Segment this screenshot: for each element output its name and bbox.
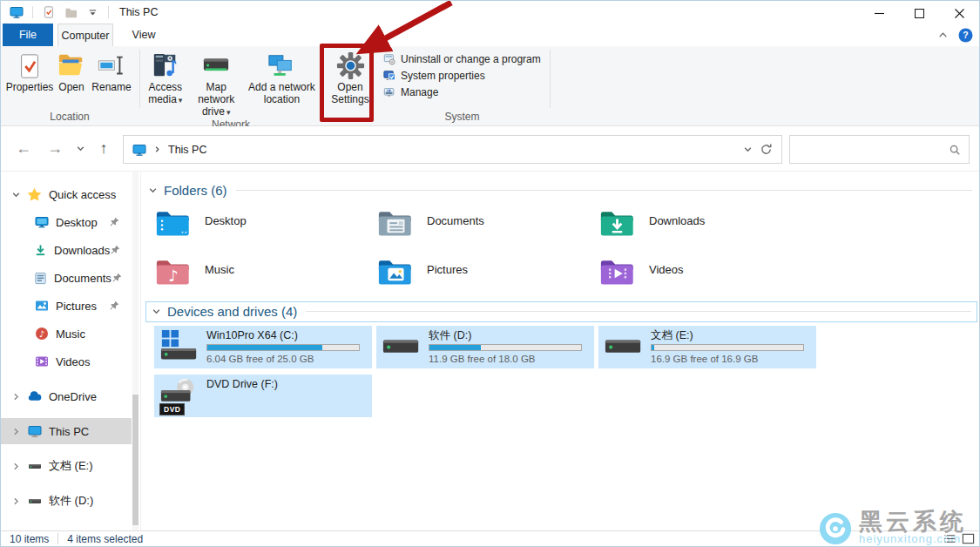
collapse-group-icon[interactable] [148, 186, 158, 195]
back-button[interactable]: ← [11, 126, 36, 171]
pin-icon [110, 245, 120, 255]
navigation-pane: Quick accessDesktopDownloadsDocumentsPic… [1, 172, 140, 532]
breadcrumb[interactable]: This PC [168, 144, 206, 156]
open-folder-icon [57, 51, 85, 81]
folder-tile-documents[interactable]: Documents [376, 206, 598, 254]
documents-icon [34, 271, 47, 286]
rename-button[interactable]: Rename [88, 46, 135, 93]
dropdown-icon: ▾ [179, 96, 183, 105]
drive-tile-d[interactable]: 软件 (D:)11.9 GB free of 18.0 GB [376, 326, 594, 368]
sidebar-item-pictures[interactable]: Pictures [1, 293, 132, 319]
ribbon-button-uninstall[interactable]: Uninstall or change a program [383, 52, 541, 66]
add-network-location-button[interactable]: Add a network location [246, 46, 318, 105]
forward-button[interactable]: → [43, 126, 67, 171]
chevron-right-icon[interactable] [10, 427, 22, 436]
properties-button[interactable]: Properties [4, 46, 55, 93]
drive-name: Win10Pro X64 (C:) [206, 329, 367, 342]
help-icon[interactable]: ? [958, 28, 973, 43]
desktop-icon [34, 215, 49, 230]
map-network-drive-icon [202, 51, 230, 81]
address-bar[interactable]: This PC [123, 135, 782, 164]
drive-tile-e[interactable]: 文档 (E:)16.9 GB free of 16.9 GB [598, 326, 816, 368]
access-media-icon [152, 51, 179, 81]
collapse-group-icon[interactable] [152, 307, 161, 316]
chevron-right-icon[interactable] [10, 462, 22, 471]
group-label-location: Location [3, 111, 136, 125]
search-icon[interactable] [949, 144, 961, 156]
folder-tile-videos[interactable]: Videos [598, 254, 821, 303]
folder-videos-icon [598, 256, 639, 287]
folder-label: Documents [427, 214, 484, 227]
breadcrumb-chevron-icon[interactable] [153, 145, 161, 153]
gear-icon [336, 51, 365, 81]
access-media-button[interactable]: Access media▾ [144, 46, 187, 106]
qat-new-folder-icon[interactable] [62, 3, 79, 22]
sidebar-item-desktop[interactable]: Desktop [1, 209, 132, 235]
chevron-right-icon[interactable] [10, 392, 22, 402]
drive-name: 软件 (D:) [429, 329, 589, 342]
chevron-right-icon[interactable] [10, 496, 22, 506]
drive-tile-c[interactable]: Win10Pro X64 (C:)6.04 GB free of 25.0 GB [154, 326, 372, 368]
chevron-down-icon[interactable] [10, 190, 22, 199]
sidebar-item-quick-access[interactable]: Quick access [1, 181, 132, 207]
drive-usage-fill [207, 345, 322, 350]
sidebar-item-music[interactable]: ♪Music [1, 321, 132, 347]
up-button[interactable]: ↑ [91, 126, 116, 171]
properties-icon [17, 51, 43, 81]
folder-tile-downloads[interactable]: Downloads [598, 206, 821, 254]
drive-tile-f[interactable]: DVDDVD Drive (F:) [154, 375, 372, 417]
ribbon-button-manage[interactable]: Manage [383, 85, 541, 99]
sidebar-item-label: 文档 (E:) [49, 458, 93, 474]
sidebar-item-downloads[interactable]: Downloads [1, 237, 132, 263]
folder-tile-pictures[interactable]: Pictures [376, 254, 598, 303]
thumbnail-view-icon[interactable] [962, 532, 975, 545]
dropdown-icon: ▾ [226, 108, 231, 117]
sidebar-item-label: Pictures [56, 300, 97, 313]
computer-icon [132, 143, 146, 157]
folder-label: Music [205, 263, 234, 276]
tab-computer[interactable]: Computer [57, 24, 113, 46]
refresh-icon[interactable] [760, 143, 773, 156]
sidebar-scrollbar-thumb[interactable] [132, 395, 139, 525]
map-network-drive-button[interactable]: Map network drive▾ [187, 46, 246, 118]
sidebar-item-label: Downloads [54, 244, 110, 257]
drive-usage-fill [652, 345, 654, 350]
open-button[interactable]: Open [55, 46, 88, 93]
folder-tile-music[interactable]: ♪Music [154, 254, 376, 303]
details-view-icon[interactable] [943, 532, 956, 545]
close-button[interactable] [939, 1, 979, 25]
ribbon-button-label: System properties [401, 70, 485, 82]
address-dropdown-icon[interactable] [743, 145, 753, 154]
qat-customize-icon[interactable] [84, 3, 101, 22]
file-explorer-window: This PC File Computer View ? Properties … [0, 0, 980, 547]
recent-locations-icon[interactable] [72, 126, 88, 171]
sidebar-item-videos[interactable]: Videos [1, 348, 132, 375]
open-settings-button[interactable]: Open Settings [327, 46, 374, 105]
sidebar-item-drive-d[interactable]: 软件 (D:) [1, 488, 132, 514]
navigation-bar: ← → ↑ This PC [1, 126, 979, 172]
qat-properties-icon[interactable] [40, 3, 57, 22]
drives-grid: Win10Pro X64 (C:)6.04 GB free of 25.0 GB… [154, 326, 816, 417]
minimize-button[interactable] [859, 1, 899, 25]
ribbon-group-network: Access media▾ Map network drive▾ Add a n… [144, 46, 318, 125]
maximize-button[interactable] [899, 1, 939, 25]
drive-info: 软件 (D:)11.9 GB free of 18.0 GB [429, 329, 589, 365]
tab-file[interactable]: File [3, 24, 53, 46]
sidebar-item-label: Documents [54, 272, 112, 285]
folders-group-header: Folders (6) [148, 183, 972, 198]
search-input[interactable] [790, 143, 949, 157]
divider [306, 311, 971, 312]
sidebar-item-drive-e[interactable]: 文档 (E:) [1, 453, 132, 479]
ribbon-button-sysprops[interactable]: System properties [383, 69, 541, 83]
drive-free-space: 6.04 GB free of 25.0 GB [206, 353, 367, 365]
sidebar-item-onedrive[interactable]: OneDrive [1, 383, 132, 409]
folders-grid: DesktopDocumentsDownloads♪MusicPicturesV… [154, 206, 821, 303]
sidebar-item-documents[interactable]: Documents [1, 265, 132, 291]
collapse-ribbon-icon[interactable] [937, 30, 949, 41]
sidebar-item-this-pc[interactable]: This PC [1, 418, 132, 444]
tab-view[interactable]: View [122, 24, 166, 46]
drive-usage-bar [651, 344, 804, 351]
svg-text:?: ? [963, 30, 968, 40]
drive-info: 文档 (E:)16.9 GB free of 16.9 GB [651, 329, 811, 365]
folder-tile-desktop[interactable]: Desktop [154, 206, 376, 254]
